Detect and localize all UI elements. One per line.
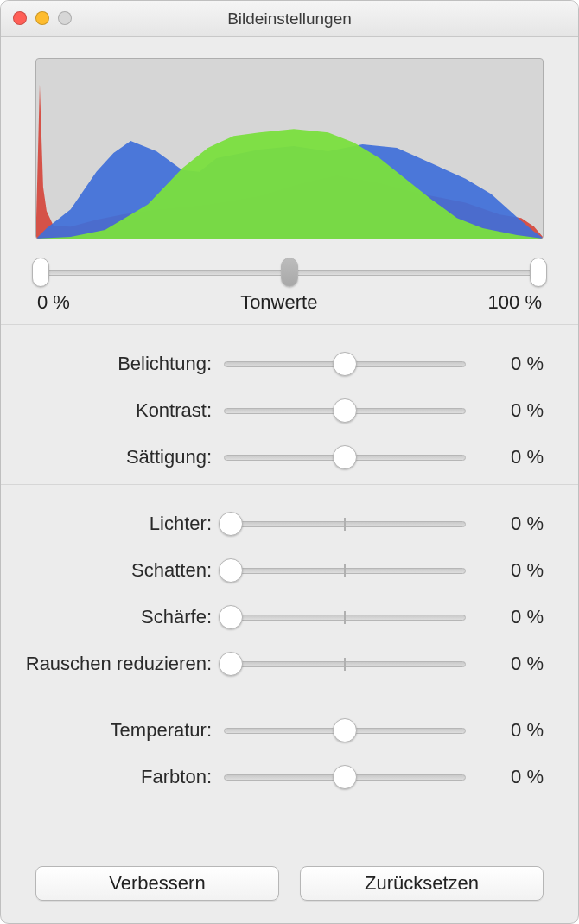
slider-label-belichtung: Belichtung: bbox=[16, 353, 224, 375]
slider-saettigung[interactable] bbox=[224, 442, 466, 473]
slider-row-saettigung: Sättigung:0 % bbox=[16, 434, 544, 481]
slider-value-schaerfe: 0 % bbox=[466, 606, 544, 628]
levels-handle-right[interactable] bbox=[530, 258, 547, 287]
slider-value-temperatur: 0 % bbox=[466, 719, 544, 742]
maximize-icon bbox=[58, 11, 72, 25]
slider-group-exposure: Belichtung:0 %Kontrast:0 %Sättigung:0 % bbox=[1, 325, 578, 485]
slider-value-lichter: 0 % bbox=[466, 513, 544, 535]
slider-group-detail: Lichter:0 %Schatten:0 %Schärfe:0 %Rausch… bbox=[1, 485, 578, 691]
slider-row-schaerfe: Schärfe:0 % bbox=[16, 594, 544, 640]
slider-belichtung[interactable] bbox=[224, 348, 466, 379]
titlebar: Bildeinstellungen bbox=[1, 1, 578, 37]
slider-knob[interactable] bbox=[333, 398, 357, 423]
slider-temperatur[interactable] bbox=[224, 715, 466, 746]
levels-label-right: 100 % bbox=[488, 291, 542, 314]
levels-range-slider[interactable] bbox=[35, 257, 544, 288]
slider-label-temperatur: Temperatur: bbox=[16, 719, 224, 742]
slider-row-temperatur: Temperatur:0 % bbox=[16, 707, 544, 754]
slider-knob[interactable] bbox=[219, 558, 243, 583]
slider-farbton[interactable] bbox=[224, 762, 466, 793]
slider-schaerfe[interactable] bbox=[224, 602, 466, 633]
levels-handle-left[interactable] bbox=[32, 258, 49, 287]
slider-label-lichter: Lichter: bbox=[16, 513, 224, 535]
slider-row-belichtung: Belichtung:0 % bbox=[16, 341, 544, 387]
levels-label-mid: Tonwerte bbox=[240, 291, 317, 314]
reset-button[interactable]: Zurücksetzen bbox=[300, 866, 544, 901]
histogram bbox=[35, 58, 544, 239]
slider-label-saettigung: Sättigung: bbox=[16, 446, 224, 468]
slider-value-kontrast: 0 % bbox=[466, 399, 544, 422]
slider-knob[interactable] bbox=[333, 445, 357, 469]
slider-tick bbox=[344, 611, 346, 624]
slider-knob[interactable] bbox=[333, 765, 357, 789]
slider-knob[interactable] bbox=[333, 718, 357, 742]
slider-label-farbton: Farbton: bbox=[16, 766, 224, 788]
slider-knob[interactable] bbox=[219, 512, 243, 536]
slider-row-kontrast: Kontrast:0 % bbox=[16, 387, 544, 434]
levels-label-left: 0 % bbox=[37, 291, 70, 314]
slider-row-lichter: Lichter:0 % bbox=[16, 500, 544, 547]
slider-row-rauschen: Rauschen reduzieren:0 % bbox=[16, 640, 544, 687]
slider-tick bbox=[344, 658, 346, 671]
levels-labels: 0 % Tonwerte 100 % bbox=[35, 291, 544, 314]
window-title: Bildeinstellungen bbox=[1, 10, 578, 29]
slider-value-schatten: 0 % bbox=[466, 559, 544, 582]
slider-label-schatten: Schatten: bbox=[16, 559, 224, 582]
slider-value-belichtung: 0 % bbox=[466, 353, 544, 375]
content-area: 0 % Tonwerte 100 % Belichtung:0 %Kontras… bbox=[1, 37, 578, 923]
slider-knob[interactable] bbox=[219, 652, 243, 676]
slider-label-rauschen: Rauschen reduzieren: bbox=[16, 653, 224, 675]
slider-lichter[interactable] bbox=[224, 508, 466, 539]
image-settings-window: Bildeinstellungen bbox=[0, 0, 579, 924]
enhance-button[interactable]: Verbessern bbox=[35, 866, 279, 901]
slider-value-rauschen: 0 % bbox=[466, 653, 544, 675]
slider-tick bbox=[344, 564, 346, 577]
slider-row-schatten: Schatten:0 % bbox=[16, 547, 544, 594]
slider-label-schaerfe: Schärfe: bbox=[16, 606, 224, 628]
close-icon[interactable] bbox=[13, 11, 27, 25]
window-controls bbox=[13, 11, 72, 25]
histogram-panel: 0 % Tonwerte 100 % bbox=[1, 37, 578, 325]
levels-handle-mid[interactable] bbox=[281, 258, 298, 287]
slider-tick bbox=[344, 518, 346, 531]
slider-rauschen[interactable] bbox=[224, 648, 466, 679]
slider-row-farbton: Farbton:0 % bbox=[16, 754, 544, 800]
slider-label-kontrast: Kontrast: bbox=[16, 399, 224, 422]
slider-value-saettigung: 0 % bbox=[466, 446, 544, 468]
footer: Verbessern Zurücksetzen bbox=[1, 852, 578, 923]
minimize-icon[interactable] bbox=[35, 11, 49, 25]
slider-schatten[interactable] bbox=[224, 555, 466, 586]
slider-kontrast[interactable] bbox=[224, 395, 466, 426]
slider-value-farbton: 0 % bbox=[466, 766, 544, 788]
slider-knob[interactable] bbox=[333, 352, 357, 376]
slider-group-color: Temperatur:0 %Farbton:0 % bbox=[1, 691, 578, 804]
slider-knob[interactable] bbox=[219, 605, 243, 629]
